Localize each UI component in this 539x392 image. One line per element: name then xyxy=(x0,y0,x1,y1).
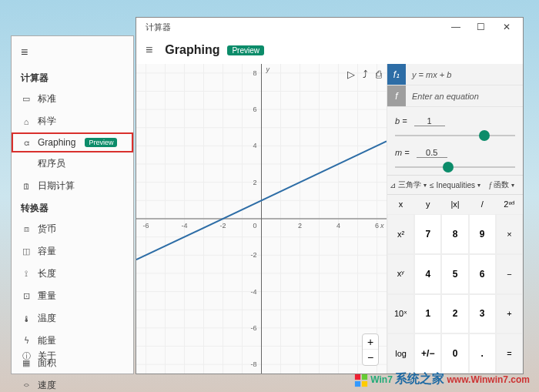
key-1[interactable]: 1 xyxy=(414,294,441,334)
slider-track[interactable] xyxy=(395,129,515,142)
nav-item-label: 科学 xyxy=(38,115,56,128)
tab-函数[interactable]: f函数▾ xyxy=(480,176,523,194)
tab-三角学[interactable]: ⊿三角学▾ xyxy=(387,176,430,194)
nav-item-重量[interactable]: ⊡ 重量 xyxy=(12,285,133,307)
nav-item-icon: ⧈ xyxy=(21,224,32,234)
svg-text:-2: -2 xyxy=(219,222,226,230)
equation-text: Enter an equation xyxy=(406,92,523,101)
chevron-down-icon: ▾ xyxy=(511,182,514,189)
close-button[interactable]: ✕ xyxy=(495,22,518,32)
hamburger-icon[interactable]: ≡ xyxy=(12,36,133,67)
key-xʸ[interactable]: xʸ xyxy=(387,254,414,294)
windows-logo-icon xyxy=(354,374,368,387)
key-5[interactable]: 5 xyxy=(441,254,468,294)
tab-symbol-icon: ≤ xyxy=(430,181,434,189)
key-8[interactable]: 8 xyxy=(441,214,468,254)
nav-item-icon: ▭ xyxy=(21,94,32,104)
svg-text:4: 4 xyxy=(253,142,256,149)
nav-item-graphing[interactable]: ᘳ GraphingPreview xyxy=(12,132,133,152)
key-.[interactable]: . xyxy=(469,333,496,374)
zoom-control: + − xyxy=(362,333,379,366)
nav-item-label: 程序员 xyxy=(38,157,65,170)
nav-item-icon: ⌂ xyxy=(21,117,32,126)
key-7[interactable]: 7 xyxy=(414,214,441,254)
graph-panel[interactable]: -6-4-2246-8-6-4-224680yx ▷⤴⎙ + − xyxy=(136,64,387,374)
nav-about[interactable]: ⓘ 关于 xyxy=(12,345,133,367)
key-x²[interactable]: x² xyxy=(387,214,414,254)
calculator-nav-window: ≡ 计算器 ▭ 标准⌂ 科学ᘳ GraphingPreview 程序员🗓 日期计… xyxy=(11,35,134,374)
slider-thumb[interactable] xyxy=(443,162,454,173)
svg-text:y: y xyxy=(266,65,270,73)
numeric-keypad: x²789×xʸ456−10ˣ123+log+/−0.= xyxy=(387,214,523,374)
equation-row-1[interactable]: f Enter an equation xyxy=(387,85,523,107)
key-2ⁿᵈ[interactable]: 2ⁿᵈ xyxy=(496,195,523,214)
nav-item-容量[interactable]: ◫ 容量 xyxy=(12,240,133,263)
nav-item-icon: ⌔ xyxy=(21,381,32,390)
nav-group-calculator: 计算器 xyxy=(12,67,133,88)
svg-rect-53 xyxy=(362,381,367,387)
key-10ˣ[interactable]: 10ˣ xyxy=(387,294,414,334)
titlebar: 计算器 — ☐ ✕ xyxy=(136,18,523,36)
key-×[interactable]: × xyxy=(496,214,523,254)
key-y[interactable]: y xyxy=(414,195,441,214)
key-3[interactable]: 3 xyxy=(469,294,496,334)
nav-item-科学[interactable]: ⌂ 科学 xyxy=(12,110,133,132)
key-9[interactable]: 9 xyxy=(469,214,496,254)
svg-text:-4: -4 xyxy=(250,288,256,296)
graph-tool-2[interactable]: ⎙ xyxy=(376,69,382,80)
slider-b: b = 1 xyxy=(387,112,523,143)
svg-text:-8: -8 xyxy=(250,360,256,368)
calculator-main-window: 计算器 — ☐ ✕ ≡ Graphing Preview -6-4-2246-8… xyxy=(136,17,524,374)
equation-row-0[interactable]: f₁ y = mx + b xyxy=(387,64,523,85)
nav-item-label: 标准 xyxy=(38,92,56,106)
svg-rect-51 xyxy=(362,374,367,380)
nav-item-程序员[interactable]: 程序员 xyxy=(12,152,133,175)
nav-item-货币[interactable]: ⧈ 货币 xyxy=(12,218,133,240)
key-2[interactable]: 2 xyxy=(441,294,468,334)
hamburger-icon[interactable]: ≡ xyxy=(146,43,152,57)
key-log[interactable]: log xyxy=(387,333,414,374)
nav-item-日期计算[interactable]: 🗓 日期计算 xyxy=(12,175,133,197)
graph-tool-0[interactable]: ▷ xyxy=(347,69,355,80)
svg-text:6: 6 xyxy=(253,106,256,113)
svg-text:2: 2 xyxy=(298,222,302,230)
maximize-button[interactable]: ☐ xyxy=(470,22,493,32)
svg-text:0: 0 xyxy=(253,222,256,230)
key-|x|[interactable]: |x| xyxy=(441,195,468,214)
function-tabbar: ⊿三角学▾≤Inequalities▾f函数▾ xyxy=(387,175,523,195)
key-/[interactable]: / xyxy=(469,195,496,214)
key-+[interactable]: + xyxy=(496,294,523,334)
key-−[interactable]: − xyxy=(496,254,523,294)
nav-item-icon: ᘳ xyxy=(21,138,32,148)
graph-tool-1[interactable]: ⤴ xyxy=(363,69,368,80)
slider-thumb[interactable] xyxy=(479,130,490,141)
svg-text:-6: -6 xyxy=(250,324,256,332)
svg-text:4: 4 xyxy=(336,222,340,230)
tab-inequalities[interactable]: ≤Inequalities▾ xyxy=(430,176,480,194)
svg-text:x: x xyxy=(380,222,384,230)
key-+/−[interactable]: +/− xyxy=(414,333,441,374)
slider-value: 1 xyxy=(414,116,445,126)
key-x[interactable]: x xyxy=(387,195,414,214)
svg-text:-4: -4 xyxy=(181,222,187,230)
key-6[interactable]: 6 xyxy=(469,254,496,294)
zoom-in-button[interactable]: + xyxy=(363,334,378,350)
nav-item-label: 长度 xyxy=(38,267,56,280)
nav-item-标准[interactable]: ▭ 标准 xyxy=(12,88,133,110)
key-0[interactable]: 0 xyxy=(441,333,468,374)
minimize-button[interactable]: — xyxy=(444,22,467,32)
special-keys-row: xy|x|/2ⁿᵈ xyxy=(387,195,523,214)
slider-track[interactable] xyxy=(395,161,515,173)
nav-item-长度[interactable]: ⟟ 长度 xyxy=(12,263,133,285)
nav-item-速度[interactable]: ⌔ 速度 xyxy=(12,374,133,392)
mode-bar: ≡ Graphing Preview xyxy=(136,36,523,64)
key-4[interactable]: 4 xyxy=(414,254,441,294)
mode-title: Graphing xyxy=(165,43,219,57)
key-=[interactable]: = xyxy=(496,333,523,374)
nav-item-label: 重量 xyxy=(38,290,56,303)
nav-item-label: 速度 xyxy=(38,379,56,392)
equation-text: y = mx + b xyxy=(406,70,523,79)
nav-about-label: 关于 xyxy=(38,350,56,363)
zoom-out-button[interactable]: − xyxy=(363,350,378,365)
nav-item-温度[interactable]: 🌡 温度 xyxy=(12,307,133,330)
